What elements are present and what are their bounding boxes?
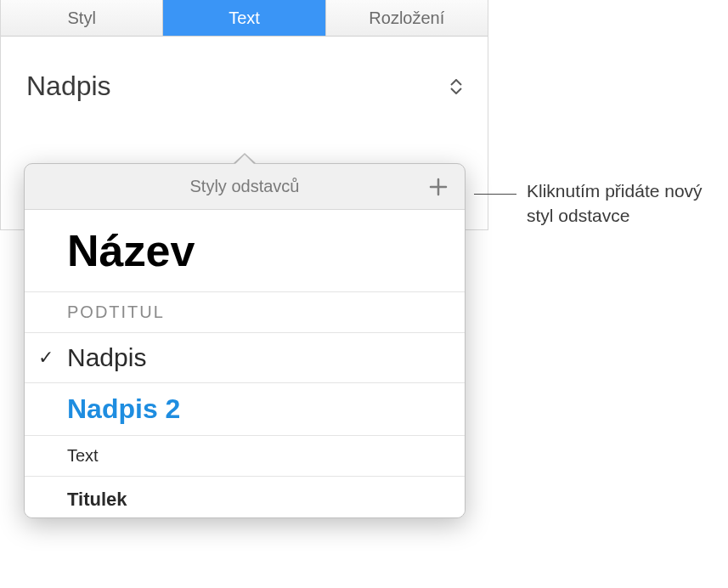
style-item-text[interactable]: Text — [25, 436, 465, 477]
style-item-podtitul[interactable]: PODTITUL — [25, 292, 465, 333]
style-item-nadpis2[interactable]: Nadpis 2 — [25, 383, 465, 436]
paragraph-style-list: Název PODTITUL ✓ Nadpis Nadpis 2 Text Ti… — [25, 210, 465, 517]
style-item-nadpis[interactable]: ✓ Nadpis — [25, 333, 465, 383]
paragraph-style-selector[interactable]: Nadpis — [26, 71, 462, 102]
format-tabs: Styl Text Rozložení — [1, 0, 488, 37]
style-label: Titulek — [67, 489, 127, 511]
callout-text: Kliknutím přidáte nový styl odstavce — [527, 178, 722, 229]
popover-title: Styly odstavců — [190, 177, 300, 196]
style-label: PODTITUL — [67, 302, 165, 322]
style-label: Text — [67, 446, 99, 466]
tab-layout[interactable]: Rozložení — [326, 0, 488, 36]
callout-leader-line — [474, 194, 516, 195]
popover-header: Styly odstavců — [25, 164, 465, 210]
checkmark-icon: ✓ — [38, 347, 54, 369]
tab-style[interactable]: Styl — [1, 0, 163, 36]
chevron-updown-icon — [450, 79, 462, 94]
add-style-button[interactable] — [427, 176, 449, 198]
tab-text[interactable]: Text — [163, 0, 325, 36]
style-label: Nadpis 2 — [67, 393, 180, 425]
style-label: Nadpis — [67, 343, 146, 372]
format-panel: Styl Text Rozložení Nadpis Styly odstavc… — [0, 0, 488, 230]
style-item-titulek[interactable]: Titulek — [25, 477, 465, 517]
style-item-nazev[interactable]: Název — [25, 210, 465, 292]
style-label: Název — [67, 225, 195, 276]
plus-icon — [429, 178, 448, 196]
paragraph-styles-popover: Styly odstavců Název PODTITUL ✓ Nad — [24, 163, 466, 518]
paragraph-style-current: Nadpis — [26, 71, 111, 102]
